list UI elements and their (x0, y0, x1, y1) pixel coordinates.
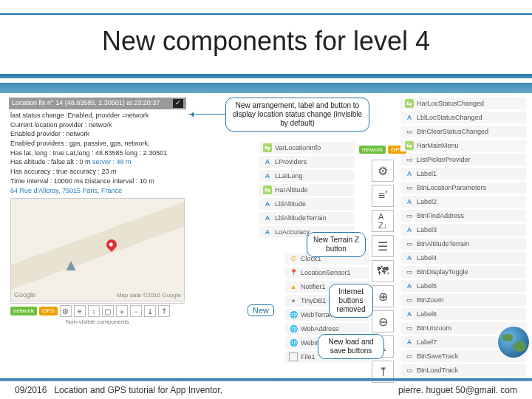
component-item[interactable]: ALabel3 (400, 224, 526, 236)
component-icon: 📍 (289, 268, 298, 277)
component-item[interactable]: ▭BtnLocationParameters (400, 182, 526, 194)
map-icon[interactable]: ▢ (102, 305, 114, 317)
component-item[interactable]: ALblAltitude (259, 198, 355, 210)
component-item[interactable]: ▭ListPickerProvider (400, 154, 526, 166)
chip-network[interactable]: network (10, 307, 37, 316)
component-icon (289, 352, 298, 361)
list-icon[interactable]: ☰ (372, 235, 394, 257)
component-icon: ▭ (405, 324, 414, 332)
component-label: TinyDB1 (301, 297, 326, 304)
annotation-terrain: New Terrain Z button (307, 232, 366, 257)
component-label: LblAltitudeTerrain (275, 214, 327, 222)
chip-network-r[interactable]: network (359, 146, 386, 154)
component-icon: ⇆ (405, 141, 414, 150)
annotation-saveload: New load and save buttons (318, 334, 384, 359)
chip-gps[interactable]: GPS (39, 307, 58, 316)
minus-icon[interactable]: － (130, 305, 142, 317)
map-icon[interactable]: 🗺 (372, 260, 394, 282)
phone-title: Location fix n° 14 (48.83585, 2.30501) a… (12, 99, 160, 108)
component-icon: A (263, 171, 272, 180)
component-item[interactable]: ALabel2 (400, 196, 526, 208)
component-icon: A (405, 282, 414, 290)
component-item[interactable]: ALabel4 (400, 252, 526, 264)
component-item[interactable]: ALabel5 (400, 280, 526, 292)
component-icon: ▭ (405, 239, 414, 248)
component-label: WebAddress (301, 325, 338, 332)
component-icon: ▭ (405, 352, 414, 361)
component-label: HarAltitude (275, 186, 308, 194)
component-item[interactable]: ▭BtnZoom (400, 294, 526, 306)
component-label: BtnZoom (417, 296, 444, 304)
annotation-internet: Internet buttons removed (329, 284, 373, 318)
footer-text: Location and GPS tutorial for App Invent… (54, 385, 222, 395)
component-label: BtnDisplayToggle (417, 268, 468, 276)
phone-line: Enabled provider : network (10, 130, 185, 139)
phone-accuracy: Has accuracy : true accuracy : 23 m (10, 168, 185, 177)
phone-address: 64 Rue d'Alleray, 75015 Paris, France (10, 187, 185, 196)
plus-icon[interactable]: ＋ (116, 305, 128, 317)
component-icon: ▭ (405, 155, 414, 164)
component-label: LblLocStatusChanged (417, 114, 482, 121)
sort-icon[interactable]: ↕ (88, 305, 100, 317)
component-icon: ▭ (405, 127, 414, 136)
phone-line: Enabled providers : gps, passive, gps, n… (10, 140, 185, 149)
component-item[interactable]: ALProviders (259, 156, 355, 168)
phone-map: ▲ Google Map data ©2016 Google (10, 198, 185, 301)
component-item[interactable]: 📍LocationSensor1 (284, 267, 369, 279)
equalizer-icon[interactable]: ≡' (372, 185, 394, 207)
component-item[interactable]: ALLatLong (259, 170, 355, 182)
component-item[interactable]: ⇆HarAltitude (259, 184, 355, 196)
slide-title: New components for level 4 (102, 26, 430, 57)
component-item[interactable]: ▭BtnLoadTrack (400, 364, 526, 376)
component-item[interactable]: ALabel1 (400, 168, 526, 180)
component-icon: A (405, 310, 414, 318)
pylon-icon: ▲ (63, 255, 79, 276)
google-credits: Map data ©2016 Google (117, 292, 181, 299)
zoom-out-icon[interactable]: ⊖ (372, 310, 394, 332)
footer-date: 09/2016 (15, 385, 47, 395)
annotation-top: New arrangement, label and button to dis… (225, 98, 369, 132)
component-item[interactable]: ▭BtnFindAddress (400, 210, 526, 222)
component-label: Label1 (417, 170, 437, 177)
gear-icon[interactable]: ⚙ (372, 160, 394, 182)
component-label: Notifier1 (301, 283, 326, 290)
component-label: LoAccuracy (275, 228, 310, 236)
globe-icon (498, 327, 529, 358)
map-pin-icon (104, 237, 119, 252)
load-icon[interactable]: ⤒ (158, 305, 170, 317)
component-icon: A (405, 169, 414, 178)
phone-line: Current location provider : network (10, 121, 185, 130)
component-label: BtnAltitudeTerrain (417, 240, 469, 248)
component-label: ListPickerProvider (417, 156, 471, 163)
component-label: LblAltitude (275, 200, 306, 208)
component-item[interactable]: ALblAltitudeTerrain (259, 212, 355, 224)
components-center-top: ⇆VarLocationInfoALProvidersALLatLong⇆Har… (259, 142, 355, 240)
component-item[interactable]: ⇆VarLocationInfo (259, 142, 355, 154)
component-label: BtnLocationParameters (417, 184, 486, 191)
component-item[interactable]: ▭BtnAltitudeTerrain (400, 238, 526, 250)
component-item[interactable]: ⇆HarLocStatusChanged (400, 98, 526, 109)
sort-az-icon[interactable]: AZ↓ (372, 210, 394, 232)
component-item[interactable]: ▭BtnDisplayToggle (400, 266, 526, 278)
component-icon: ⇆ (263, 143, 272, 152)
component-item[interactable]: ▭BtnClearStatusChanged (400, 126, 526, 137)
component-icon: ▭ (405, 211, 414, 220)
component-icon: ▭ (405, 267, 414, 276)
component-label: File1 (301, 353, 316, 361)
component-label: Label6 (417, 310, 437, 318)
gear-icon[interactable]: ⚙ (60, 305, 72, 317)
new-label: New (248, 304, 274, 316)
component-icon: ▭ (405, 296, 414, 304)
phone-line: last status change :Enabled, provider =n… (10, 112, 185, 120)
phone-line: Has lat, long : true Lat,long : 48.83585… (10, 149, 185, 158)
component-label: Label3 (417, 226, 437, 233)
equalizer-icon[interactable]: ≡ (74, 305, 86, 317)
component-label: LocationSensor1 (301, 269, 351, 276)
component-item[interactable]: ALblLocStatusChanged (400, 112, 526, 123)
component-item[interactable]: ⇆HarMainMenu (400, 140, 526, 151)
zoom-in-icon[interactable]: ⊕ (372, 285, 394, 307)
component-item[interactable]: ALabel6 (400, 308, 526, 320)
component-item[interactable]: 🌐WebAddress (284, 323, 369, 335)
save-icon[interactable]: ⤓ (144, 305, 156, 317)
component-label: HarMainMenu (417, 142, 459, 149)
